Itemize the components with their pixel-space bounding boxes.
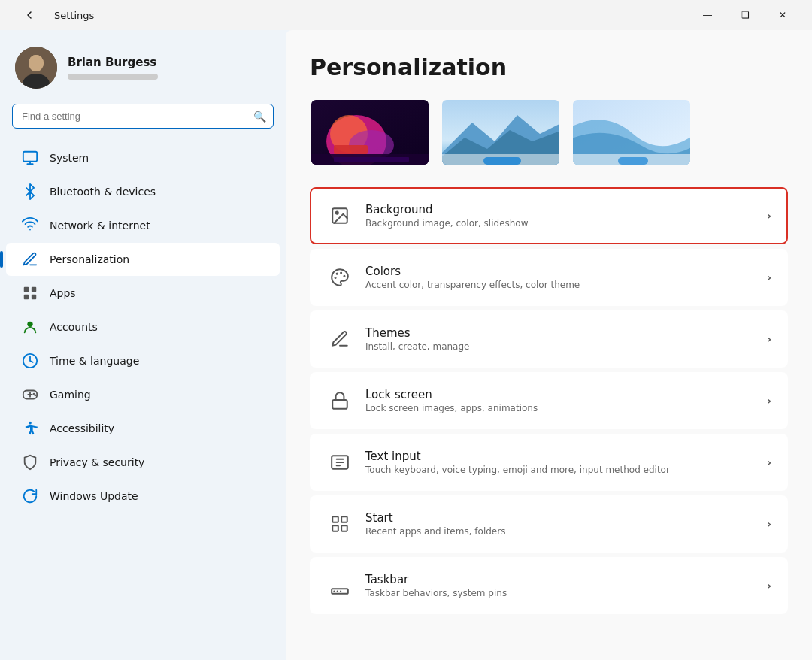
title-bar-left: Settings: [12, 3, 690, 27]
settings-item-colors[interactable]: Colors Accent color, transparency effect…: [310, 249, 788, 306]
lockscreen-icon: [326, 387, 353, 414]
settings-item-themes[interactable]: Themes Install, create, manage ›: [310, 310, 788, 368]
textinput-chevron: ›: [767, 456, 771, 468]
svg-point-32: [341, 273, 341, 274]
gaming-icon: [21, 386, 39, 404]
themes-title: Themes: [365, 326, 755, 340]
svg-point-33: [344, 276, 344, 277]
maximize-button[interactable]: ❑: [728, 3, 762, 27]
textinput-icon: [326, 449, 353, 476]
sidebar-item-time-label: Time & language: [50, 355, 139, 367]
svg-rect-39: [341, 516, 347, 522]
sidebar-item-system-label: System: [50, 152, 89, 164]
settings-item-lockscreen[interactable]: Lock screen Lock screen images, apps, an…: [310, 372, 788, 429]
start-subtitle: Recent apps and items, folders: [365, 526, 755, 537]
sidebar-item-time[interactable]: Time & language: [6, 344, 280, 377]
textinput-title: Text input: [365, 450, 755, 463]
taskbar-subtitle: Taskbar behaviors, system pins: [365, 588, 755, 598]
taskbar-text: Taskbar Taskbar behaviors, system pins: [365, 573, 755, 598]
background-icon: [326, 202, 353, 229]
accessibility-icon: [21, 419, 39, 437]
sidebar-item-bluetooth[interactable]: Bluetooth & devices: [6, 175, 280, 208]
sidebar-item-accounts-label: Accounts: [50, 321, 98, 333]
sidebar-item-update[interactable]: Windows Update: [6, 480, 280, 513]
svg-rect-22: [334, 145, 368, 154]
sidebar-item-apps-label: Apps: [50, 287, 76, 299]
background-text: Background Background image, color, slid…: [365, 203, 755, 229]
background-title: Background: [365, 203, 755, 216]
sidebar-item-accounts[interactable]: Accounts: [6, 310, 280, 344]
themes-icon: [326, 325, 353, 353]
sidebar-item-network[interactable]: Network & internet: [6, 209, 280, 242]
start-text: Start Recent apps and items, folders: [365, 511, 755, 537]
theme-thumb-wave[interactable]: [571, 98, 692, 166]
svg-point-3: [29, 55, 44, 71]
svg-rect-7: [24, 295, 29, 299]
start-title: Start: [365, 511, 755, 525]
colors-icon: [326, 264, 353, 291]
minimize-button[interactable]: —: [690, 3, 725, 27]
theme-thumb-dark[interactable]: [310, 98, 430, 166]
search-box: 🔍: [12, 104, 274, 129]
themes-text: Themes Install, create, manage: [365, 326, 755, 352]
system-icon: [21, 149, 39, 167]
svg-rect-40: [332, 525, 338, 531]
svg-point-16: [29, 422, 32, 425]
svg-rect-41: [341, 525, 347, 531]
svg-rect-6: [32, 287, 36, 292]
theme-thumbnails: [310, 98, 788, 166]
svg-rect-23: [334, 157, 409, 162]
sidebar-item-personalization-label: Personalization: [50, 253, 129, 265]
search-icon: 🔍: [253, 111, 266, 123]
sidebar-item-privacy-label: Privacy & security: [50, 456, 144, 468]
svg-rect-5: [24, 287, 29, 292]
app-body: Brian Burgess 🔍 System Blueto: [0, 30, 812, 660]
sidebar-item-accessibility[interactable]: Accessibility: [6, 412, 280, 445]
sidebar-item-update-label: Windows Update: [50, 490, 138, 502]
lockscreen-chevron: ›: [767, 395, 771, 407]
textinput-subtitle: Touch keyboard, voice typing, emoji and …: [365, 465, 755, 475]
update-icon: [21, 487, 39, 505]
themes-chevron: ›: [767, 333, 771, 345]
app-title: Settings: [54, 10, 94, 21]
settings-item-start[interactable]: Start Recent apps and items, folders ›: [310, 495, 788, 553]
sidebar-item-network-label: Network & internet: [50, 219, 150, 232]
colors-subtitle: Accent color, transparency effects, colo…: [365, 280, 755, 290]
taskbar-title: Taskbar: [365, 573, 755, 586]
settings-item-taskbar[interactable]: Taskbar Taskbar behaviors, system pins ›: [310, 557, 788, 614]
svg-point-31: [336, 212, 338, 214]
user-bar-decoration: [68, 74, 158, 80]
taskbar-chevron: ›: [767, 580, 771, 592]
sidebar-item-privacy[interactable]: Privacy & security: [6, 446, 280, 479]
accounts-icon: [21, 318, 39, 336]
taskbar-icon: [326, 572, 353, 599]
svg-rect-8: [32, 295, 36, 299]
user-section: Brian Burgess: [0, 39, 286, 104]
colors-text: Colors Accent color, transparency effect…: [365, 265, 755, 290]
svg-point-9: [27, 322, 32, 327]
themes-subtitle: Install, create, manage: [365, 341, 755, 352]
sidebar-item-system[interactable]: System: [6, 141, 280, 174]
background-subtitle: Background image, color, slideshow: [365, 218, 755, 229]
svg-rect-38: [332, 516, 338, 522]
close-button[interactable]: ✕: [765, 3, 800, 27]
sidebar-item-gaming-label: Gaming: [50, 389, 91, 401]
user-name: Brian Burgess: [68, 56, 158, 69]
sidebar-item-gaming[interactable]: Gaming: [6, 378, 280, 411]
network-icon: [21, 216, 39, 235]
settings-item-background[interactable]: Background Background image, color, slid…: [310, 187, 788, 244]
svg-point-14: [34, 394, 35, 395]
privacy-icon: [21, 453, 39, 471]
search-input[interactable]: [12, 104, 274, 129]
sidebar-item-personalization[interactable]: Personalization: [6, 243, 280, 276]
back-button[interactable]: [12, 3, 47, 27]
svg-rect-4: [23, 152, 37, 162]
lockscreen-title: Lock screen: [365, 388, 755, 401]
time-icon: [21, 352, 39, 370]
settings-item-textinput[interactable]: Text input Touch keyboard, voice typing,…: [310, 434, 788, 491]
sidebar-item-apps[interactable]: Apps: [6, 277, 280, 310]
apps-icon: [21, 284, 39, 302]
svg-rect-26: [483, 157, 521, 165]
sidebar-item-accessibility-label: Accessibility: [50, 422, 114, 434]
theme-thumb-landscape[interactable]: [441, 98, 561, 166]
